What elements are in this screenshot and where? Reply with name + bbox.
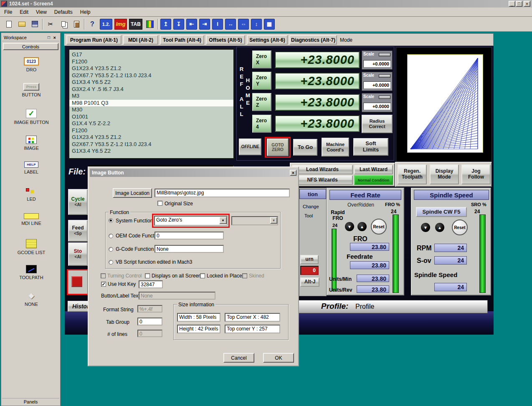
control-item-image[interactable]: IMAGE [4,136,59,151]
open-file-button[interactable] [16,19,27,30]
goto-zero-button[interactable]: GOTO ZERO [267,139,289,156]
align-top-button[interactable]: ↥ [160,19,171,30]
help-button[interactable]: ? [87,19,98,30]
dro-z-axis[interactable]: +23.8000 [275,94,360,111]
display-mode-button[interactable]: Display Mode [430,164,459,184]
control-item-none[interactable]: ◆ NONE [4,291,59,307]
add-image-tool-button[interactable]: Img [114,19,127,30]
gcode-function-radio[interactable] [109,247,113,252]
cycle-start-button[interactable]: Cycle <Al [68,189,88,215]
last-wizard-button[interactable]: Last Wizard [354,165,393,174]
cancel-button[interactable]: Cancel [223,353,254,363]
locked-in-place-checkbox[interactable] [200,273,205,278]
menu-defaults[interactable]: Defaults [54,9,73,15]
tab-settings[interactable]: Settings (Alt-6) [247,35,288,45]
spindle-cw-button[interactable]: Spindle CW F5 [416,207,467,217]
menu-view[interactable]: View [36,9,47,15]
menu-help[interactable]: Help [80,9,91,15]
dro-4-axis[interactable]: +23.8000 [275,115,360,132]
scale-z-widget[interactable]: Scale +0.0000 [362,93,393,112]
secondary-dropdown[interactable]: ▼ [231,216,278,225]
fro-reset-button[interactable]: Reset [371,219,387,235]
control-item-toolpath[interactable]: TOOLPATH [4,265,59,280]
to-go-button[interactable]: To Go [293,139,317,156]
image-location-button[interactable]: Image Location [113,188,152,198]
feedrate-value[interactable]: 23.80 [350,261,389,269]
sro-up-button[interactable]: ▲ [435,223,444,232]
control-item-dro[interactable]: 0123 DRO [4,57,59,72]
control-item-label[interactable]: HELP LABEL [4,161,59,174]
align-bottom-button[interactable]: ↧ [173,19,184,30]
sro-reset-button[interactable]: Reset [452,219,468,235]
control-item-led[interactable]: LED [4,187,59,202]
original-size-checkbox[interactable] [157,201,162,206]
fro-up-button[interactable]: ▲ [357,222,367,231]
close-button[interactable]: × [524,1,530,7]
gcode-function-field[interactable]: None [155,245,224,253]
scale-x-widget[interactable]: Scale +0.0000 [362,50,393,70]
scale-slider[interactable] [379,96,390,99]
dropdown-arrow-button[interactable]: ▼ [219,217,227,224]
soft-limits-button[interactable]: Soft Limits [353,138,388,156]
vb-script-radio[interactable] [109,260,113,265]
size-horizontal-button[interactable]: ↔ [225,19,236,30]
panels-tab[interactable]: Panels [2,398,59,405]
units-rev-value[interactable]: 23.80 [357,285,389,293]
zero-x-button[interactable]: Zero X [252,50,271,68]
control-item-image-button[interactable]: ✓ IMAGE BUTTON [4,109,59,125]
workspace-close-button[interactable]: × [53,35,56,40]
feed-hold-button[interactable]: Feed <Sp [68,220,88,242]
units-min-value[interactable]: 23.80 [357,275,389,282]
tab-mdi[interactable]: MDI (Alt-2) [123,35,158,45]
maximize-button[interactable]: □ [516,1,522,7]
minimize-button[interactable]: _ [509,1,515,7]
rpm-value[interactable]: 24 [434,244,467,252]
tab-group-field[interactable]: 0 [137,318,162,325]
scale-slider[interactable] [379,53,390,56]
fro-value[interactable]: 23.80 [350,243,389,251]
scale-slider[interactable] [379,74,390,78]
sro-slider[interactable] [479,214,486,293]
workspace-dock-button[interactable]: □ [48,35,50,40]
control-item-mdi-line[interactable]: MDI LINE [4,213,59,226]
fro-slider[interactable] [393,214,399,293]
radius-correct-button[interactable]: Radius Correct [362,115,393,133]
controls-tab[interactable]: Controls [3,43,58,50]
grid-button[interactable]: ▦ [264,19,275,30]
toolpath-display[interactable] [396,47,492,161]
space-horizontal-button[interactable]: ⇔ [238,19,249,30]
align-right-button[interactable]: ⇥ [199,19,210,30]
hot-key-field[interactable]: 32847 [139,280,163,288]
system-function-dropdown[interactable]: Goto Zero's ▼ [154,216,228,226]
button-label-text-field[interactable]: None [139,292,215,300]
cut-button[interactable]: ✂ [45,19,56,30]
displays-all-checkbox[interactable] [145,273,150,278]
sov-value[interactable]: 24 [434,256,467,265]
tab-offsets[interactable]: Offsets (Alt-5) [206,35,245,45]
dro-x-axis[interactable]: +23.8000 [275,51,360,68]
dropdown-arrow-button[interactable]: ▼ [270,217,277,224]
system-function-radio[interactable] [109,218,113,223]
colors-tool-button[interactable] [144,19,155,30]
size-vertical-button[interactable]: ↕ [251,19,262,30]
save-button[interactable] [29,19,40,30]
tab-tool-button[interactable]: TAB [129,19,142,30]
dro-y-axis[interactable]: +23.8000 [275,73,360,89]
spindle-speed-value[interactable]: 24 [434,283,467,291]
menu-edit[interactable]: Edit [20,9,28,15]
ok-button[interactable]: OK [263,353,294,363]
fro-down-button[interactable]: ▼ [345,222,354,231]
num-lines-field[interactable]: 0 [137,330,162,337]
regen-toolpath-button[interactable]: Regen. Toolpath [398,164,427,184]
use-hot-key-checkbox[interactable] [101,282,106,287]
copy-button[interactable] [58,19,69,30]
scale-y-widget[interactable]: Scale +0.0000 [362,72,393,91]
new-file-button[interactable] [3,19,14,30]
oem-code-radio[interactable] [109,234,113,238]
control-item-gcode-list[interactable]: GCODE LIST [4,239,59,255]
center-tool-button[interactable]: Ι [212,19,223,30]
dialog-close-button[interactable]: × [290,170,296,176]
tab-diagnostics[interactable]: Diagnostics (Alt-7) [289,35,337,45]
load-wizards-button[interactable]: Load Wizards [292,165,353,174]
fragment-urn-button[interactable]: urn [300,255,319,264]
